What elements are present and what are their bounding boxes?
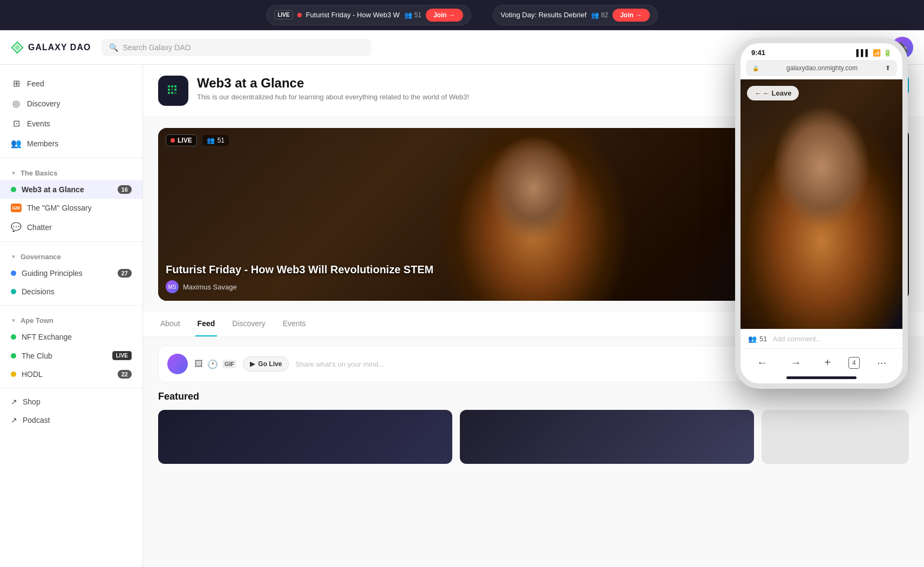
- live-label-1: LIVE: [274, 10, 293, 19]
- sidebar-item-podcast[interactable]: ↗ Podcast: [0, 411, 142, 429]
- sidebar-item-theclub-label: The Club: [22, 352, 52, 360]
- logo[interactable]: GALAXY DAO: [11, 41, 91, 54]
- guiding-badge: 27: [118, 269, 132, 278]
- sidebar-item-theclub[interactable]: The Club LIVE: [0, 346, 142, 365]
- feed-icon: ⊞: [11, 78, 22, 89]
- decisions-dot: [11, 289, 16, 294]
- section-basics-header: ▼ The Basics: [0, 163, 142, 180]
- sidebar-item-shop[interactable]: ↗ Shop: [0, 393, 142, 411]
- svg-rect-5: [174, 85, 176, 87]
- sidebar-item-podcast-label: Podcast: [23, 416, 50, 424]
- sidebar-item-nft[interactable]: NFT Exchange: [0, 328, 142, 346]
- viewers-icon: 👥: [207, 137, 215, 144]
- featured-card-3[interactable]: [762, 410, 909, 464]
- share-icon[interactable]: ⬆: [885, 64, 891, 72]
- featured-card-2[interactable]: [460, 410, 754, 464]
- author-avatar: MS: [166, 280, 179, 293]
- tab-events[interactable]: Events: [281, 312, 308, 336]
- go-live-video-icon: ▶: [250, 360, 255, 368]
- stream2-viewers: 👥 82: [591, 11, 608, 19]
- sidebar-item-feed[interactable]: ⊞ Feed: [0, 73, 142, 93]
- battery-icon: 🔋: [884, 49, 892, 57]
- phone-mockup: 9:41 ▌▌▌ 📶 🔋 🔒 galaxydao.onmighty.com ⬆ …: [735, 38, 908, 389]
- sidebar-item-glossary-label: The "GM" Glossary: [27, 204, 92, 212]
- sidebar-item-members[interactable]: 👥 Members: [0, 133, 142, 153]
- hodl-badge: 22: [118, 370, 132, 379]
- sidebar-item-glossary[interactable]: GM The "GM" Glossary: [0, 199, 142, 217]
- phone-leave-button[interactable]: ← ← Leave: [747, 86, 799, 100]
- sidebar-item-chatter-label: Chatter: [27, 223, 52, 232]
- phone-nav-more[interactable]: ···: [872, 354, 892, 371]
- svg-rect-3: [168, 85, 170, 87]
- section-apetown-header: ▼ Ape Town: [0, 310, 142, 328]
- post-user-avatar: [167, 354, 188, 374]
- featured-section: Featured: [143, 391, 924, 475]
- phone-nav-share[interactable]: +: [819, 354, 836, 371]
- tab-discovery[interactable]: Discovery: [230, 312, 267, 336]
- sidebar-item-shop-label: Shop: [23, 397, 40, 406]
- author-info: MS Maximus Savage: [166, 280, 237, 293]
- channel-desc: This is our decentralized hub for learni…: [197, 93, 469, 101]
- image-upload-icon[interactable]: 🖼: [194, 359, 203, 369]
- featured-card-1[interactable]: [158, 410, 452, 464]
- hodl-dot: [11, 372, 16, 377]
- sidebar-item-events-label: Events: [27, 119, 50, 128]
- live-dot-1: [297, 13, 302, 17]
- clock-icon[interactable]: 🕐: [207, 359, 218, 369]
- phone-comment-input[interactable]: Add comment...: [772, 335, 895, 343]
- discovery-icon: ◎: [11, 98, 22, 109]
- sidebar-item-discovery-label: Discovery: [27, 99, 60, 108]
- search-placeholder-text: Search Galaxy DAO: [123, 43, 191, 52]
- tab-about[interactable]: About: [158, 312, 182, 336]
- chevron-governance-icon: ▼: [11, 254, 16, 260]
- stream1-viewers: 👥 51: [404, 11, 422, 19]
- svg-rect-4: [171, 85, 173, 87]
- go-live-button[interactable]: ▶ Go Live: [243, 356, 289, 372]
- live-pill: LIVE: [166, 134, 197, 146]
- channel-title: Web3 at a Glance: [197, 76, 469, 91]
- featured-cards: [158, 410, 909, 464]
- phone-nav-tabs[interactable]: 4: [848, 357, 860, 369]
- channel-info: Web3 at a Glance This is our decentraliz…: [197, 76, 469, 101]
- phone-viewer-count: 51: [759, 335, 767, 343]
- tab-feed[interactable]: Feed: [195, 312, 218, 336]
- podcast-icon: ↗: [11, 416, 17, 424]
- chevron-apetown-icon: ▼: [11, 318, 16, 323]
- logo-diamond-icon: [11, 41, 24, 54]
- lock-icon: 🔒: [752, 65, 759, 71]
- phone-status-bar: 9:41 ▌▌▌ 📶 🔋: [740, 43, 902, 60]
- divider-3: [0, 305, 142, 306]
- guiding-dot: [11, 271, 16, 276]
- phone-comment-area: 👥 51 Add comment...: [740, 329, 902, 348]
- signal-icon: ▌▌▌: [856, 49, 870, 57]
- phone-nav-forward[interactable]: →: [785, 354, 807, 371]
- gif-icon[interactable]: GIF: [222, 360, 236, 368]
- events-icon: ⊡: [11, 118, 22, 129]
- phone-inner: 9:41 ▌▌▌ 📶 🔋 🔒 galaxydao.onmighty.com ⬆ …: [740, 43, 902, 383]
- stream2-title: Voting Day: Results Debrief: [501, 11, 587, 19]
- web3glance-badge: 16: [118, 185, 132, 194]
- channel-icon: [158, 76, 188, 106]
- sidebar-item-decisions[interactable]: Decisions: [0, 282, 142, 301]
- sidebar-item-chatter[interactable]: 💬 Chatter: [0, 217, 142, 237]
- sidebar-item-nft-label: NFT Exchange: [22, 333, 72, 341]
- nft-dot: [11, 334, 16, 340]
- sidebar-item-discovery[interactable]: ◎ Discovery: [0, 93, 142, 113]
- phone-nav: ← → + 4 ···: [740, 348, 902, 376]
- search-bar[interactable]: 🔍 Search Galaxy DAO: [101, 39, 371, 56]
- live-red-dot: [171, 138, 175, 143]
- phone-video-person: [740, 79, 902, 329]
- phone-back-arrow-icon: ←: [755, 89, 762, 97]
- sidebar-item-guiding[interactable]: Guiding Principles 27: [0, 264, 142, 282]
- sidebar-item-feed-label: Feed: [27, 79, 44, 88]
- divider-1: [0, 158, 142, 158]
- sidebar-item-decisions-label: Decisions: [22, 287, 55, 296]
- phone-address-bar[interactable]: 🔒 galaxydao.onmighty.com ⬆: [746, 60, 897, 76]
- stream2-join-button[interactable]: Join →: [613, 9, 650, 22]
- sidebar-item-members-label: Members: [27, 139, 58, 148]
- sidebar-item-web3glance[interactable]: Web3 at a Glance 16: [0, 180, 142, 199]
- sidebar-item-events[interactable]: ⊡ Events: [0, 113, 142, 133]
- stream1-join-button[interactable]: Join →: [426, 9, 463, 22]
- sidebar-item-hodl[interactable]: HODL 22: [0, 365, 142, 383]
- phone-nav-back[interactable]: ←: [751, 354, 773, 371]
